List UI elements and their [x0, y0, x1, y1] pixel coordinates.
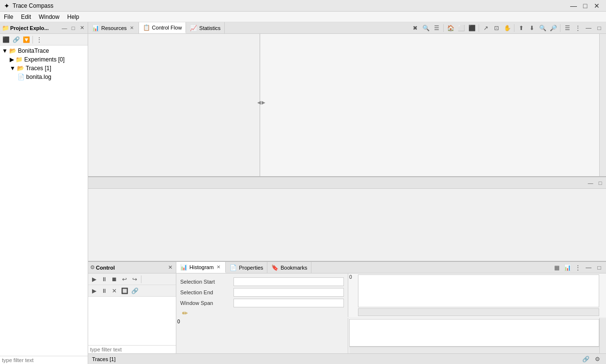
ctrl-debug-button[interactable]: 🔲: [120, 286, 129, 296]
control-flow-tab-label: Control Flow: [152, 25, 182, 30]
search-button[interactable]: 🔍: [421, 23, 431, 33]
project-minimize-button[interactable]: —: [61, 24, 68, 32]
middle-min-button[interactable]: —: [587, 179, 594, 187]
traces-item[interactable]: ▼ 📂 Traces [1]: [8, 64, 88, 73]
experiments-expand-icon: ▶: [10, 56, 14, 63]
menu-edit[interactable]: Edit: [17, 13, 35, 21]
view-options-button[interactable]: ☰: [562, 23, 572, 33]
bonita-log-item[interactable]: 📄 bonita.log: [16, 73, 88, 81]
histogram-bottom: 0: [176, 318, 606, 353]
home-button[interactable]: 🏠: [446, 23, 455, 33]
root-label: BonitaTrace: [18, 47, 49, 54]
ctrl-connect-button[interactable]: 🔗: [130, 286, 140, 296]
ctrl-btn1[interactable]: ▶: [89, 274, 99, 284]
edit-icon[interactable]: ✏: [182, 309, 188, 317]
resources-tab-label: Resources: [101, 25, 127, 31]
cursor1-button[interactable]: ⬜: [456, 23, 466, 33]
zoom-select-button[interactable]: ⊡: [492, 23, 501, 33]
statistics-tab-label: Statistics: [199, 25, 220, 31]
scroll-right-arrow[interactable]: ▶: [262, 100, 265, 105]
more-options-button[interactable]: ⋮: [34, 35, 44, 45]
menu-help[interactable]: Help: [63, 13, 83, 21]
project-close-button[interactable]: ✕: [78, 24, 86, 32]
filter-input[interactable]: [0, 356, 88, 364]
histogram-tab-close[interactable]: ✕: [216, 264, 221, 270]
tab-bookmarks[interactable]: 🔖 Bookmarks: [267, 262, 311, 273]
bookmarks-tab-label: Bookmarks: [280, 265, 307, 271]
tab-histogram[interactable]: 📊 Histogram ✕: [176, 262, 226, 273]
cursor2-button[interactable]: ⬛: [467, 23, 477, 33]
close-button[interactable]: ✕: [591, 1, 602, 11]
app-icon: ✦: [4, 2, 10, 10]
project-explorer-title: Project Explo...: [10, 25, 60, 31]
tree-root[interactable]: ▼ 📂 BonitaTrace: [0, 46, 88, 55]
selection-end-input[interactable]: [233, 288, 344, 297]
control-close-button[interactable]: ✕: [166, 264, 174, 272]
histogram-top-chart: [358, 274, 599, 307]
tab-control-flow[interactable]: 📋 Control Flow: [139, 22, 186, 33]
filter-button[interactable]: 🔽: [21, 35, 31, 45]
menu-window[interactable]: Window: [35, 13, 63, 21]
control-panel-body: [88, 297, 176, 345]
selection-end-label: Selection End: [180, 289, 233, 295]
histogram-nav-bar[interactable]: [358, 308, 599, 316]
editor-area: ◀ ▶: [88, 34, 606, 176]
ctrl-stop-button[interactable]: ✕: [109, 286, 119, 296]
properties-tab-icon: 📄: [230, 264, 237, 271]
middle-max-button[interactable]: □: [596, 179, 604, 187]
histogram-h-scrollbar[interactable]: [349, 347, 599, 353]
ctrl-play-button[interactable]: ▶: [89, 286, 99, 296]
zoom-in-button[interactable]: 🔍: [538, 23, 547, 33]
control-flow-tab-icon: 📋: [143, 24, 150, 31]
traces-status-label: Traces [1]: [92, 356, 116, 362]
main-layout: 📁 Project Explo... — □ ✕ ⬛ 🔗 🔽 ⋮ ▼ 📂 Bon…: [0, 22, 606, 364]
cursor-tool-button[interactable]: ↗: [481, 23, 491, 33]
next-event-button[interactable]: ⬇: [527, 23, 537, 33]
collapse-all-button[interactable]: ⬛: [1, 35, 11, 45]
ctrl-btn3[interactable]: ⏹: [109, 274, 119, 284]
resources-tab-close[interactable]: ✕: [129, 25, 135, 31]
control-filter-input[interactable]: [88, 345, 176, 353]
ctrl-pause-button[interactable]: ⏸: [99, 286, 109, 296]
hist-more-button[interactable]: ⋮: [573, 263, 583, 273]
right-main: 📊 Resources ✕ 📋 Control Flow 📈 Statistic…: [88, 22, 606, 364]
link-editor-button[interactable]: 🔗: [11, 35, 21, 45]
selection-start-input[interactable]: [233, 277, 344, 286]
list-view-button[interactable]: ☰: [432, 23, 441, 33]
ctrl-btn4[interactable]: ↩: [120, 274, 129, 284]
tab-properties[interactable]: 📄 Properties: [226, 262, 267, 273]
min-panel-button[interactable]: —: [584, 23, 593, 33]
histogram-controls: Selection Start Selection End Window Spa…: [176, 273, 348, 317]
prev-event-button[interactable]: ⬆: [516, 23, 526, 33]
minimize-button[interactable]: —: [568, 1, 579, 11]
hist-max-button[interactable]: □: [594, 263, 604, 273]
ctrl-btn5[interactable]: ↪: [130, 274, 140, 284]
editor-vertical-scrollbar[interactable]: [599, 34, 606, 176]
root-folder-icon: 📂: [9, 47, 16, 54]
experiments-item[interactable]: ▶ 📁 Experiments [0]: [8, 55, 88, 64]
tab-statistics[interactable]: 📈 Statistics: [186, 22, 225, 33]
hist-density-button[interactable]: ▦: [552, 263, 561, 273]
hist-bar-button[interactable]: 📊: [562, 263, 572, 273]
project-maximize-button[interactable]: □: [69, 24, 77, 32]
menu-file[interactable]: File: [0, 13, 17, 21]
histogram-bottom-scrollbar[interactable]: [599, 318, 606, 353]
traces-children: 📄 bonita.log: [8, 73, 88, 81]
window-controls: — □ ✕: [568, 1, 602, 11]
pan-button[interactable]: ✋: [502, 23, 512, 33]
editor-right-panel: [260, 34, 606, 176]
zoom-out-button[interactable]: 🔎: [548, 23, 558, 33]
more-toolbar-button[interactable]: ⋮: [573, 23, 583, 33]
maximize-button[interactable]: □: [580, 1, 590, 11]
hist-min-button[interactable]: —: [584, 263, 593, 273]
clear-filters-button[interactable]: ✖: [410, 23, 420, 33]
tab-resources[interactable]: 📊 Resources ✕: [88, 22, 139, 33]
status-link-button[interactable]: 🔗: [581, 354, 590, 364]
max-panel-button[interactable]: □: [594, 23, 604, 33]
ctrl-btn2[interactable]: ⏸: [99, 274, 109, 284]
control-panel: ⚙ Control ✕ ▶ ⏸ ⏹ ↩ ↪ ▶: [88, 262, 176, 353]
status-bar: Traces [1] 🔗 ⚙: [88, 353, 606, 364]
scroll-left-arrow[interactable]: ◀: [257, 100, 261, 105]
window-span-input[interactable]: [233, 299, 344, 307]
status-settings-button[interactable]: ⚙: [592, 354, 602, 364]
